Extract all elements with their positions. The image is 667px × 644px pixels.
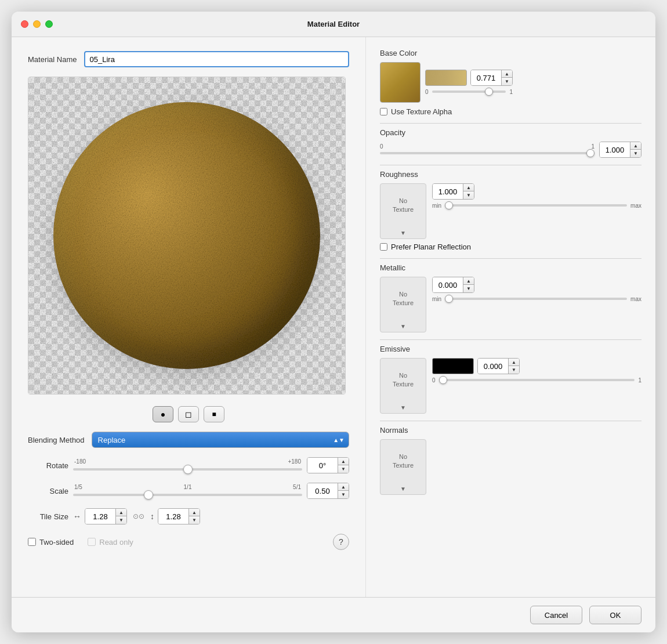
emissive-slider-thumb[interactable] <box>439 376 447 384</box>
preview-sphere-button[interactable]: ● <box>153 406 173 422</box>
base-color-slider-thumb[interactable] <box>485 88 493 96</box>
emissive-color-swatch[interactable] <box>432 358 474 374</box>
emissive-no-texture-label: NoTexture <box>393 371 414 389</box>
base-color-swatch-large[interactable] <box>380 62 420 103</box>
tile-width-icon: ↔ <box>73 512 81 521</box>
rotate-spin-up[interactable]: ▲ <box>338 458 349 465</box>
metallic-spin-down[interactable]: ▼ <box>463 285 474 292</box>
tile-width-input-wrapper: ▲ ▼ <box>85 508 127 524</box>
metallic-spin-up[interactable]: ▲ <box>463 277 474 285</box>
scale-input-wrapper: ▲ ▼ <box>307 483 349 499</box>
opacity-title: Opacity <box>380 128 641 137</box>
tile-height-input-wrapper: ▲ ▼ <box>158 508 200 524</box>
prefer-planar-checkbox[interactable] <box>380 243 387 251</box>
opacity-slider-thumb[interactable] <box>586 149 594 157</box>
emissive-spin: ▲ ▼ <box>508 359 519 374</box>
scale-slider-track[interactable] <box>73 494 302 496</box>
metallic-texture-thumbnail[interactable]: NoTexture ▼ <box>380 277 426 332</box>
rotate-spin-down[interactable]: ▼ <box>338 465 349 473</box>
ok-button[interactable]: OK <box>589 606 641 624</box>
preview-area <box>28 77 346 395</box>
scale-spin-buttons: ▲ ▼ <box>338 483 349 498</box>
emissive-controls: ▲ ▼ 0 1 <box>432 358 641 383</box>
metallic-section: Metallic NoTexture ▼ ▲ ▼ <box>380 263 641 332</box>
scale-marks: 1/5 1/1 5/1 <box>73 484 302 490</box>
blending-select-wrapper: Replace Add Multiply ▲▼ <box>92 432 349 448</box>
read-only-checkbox[interactable] <box>88 538 96 546</box>
tile-height-spin-up[interactable]: ▲ <box>189 509 200 516</box>
base-color-spin-down[interactable]: ▼ <box>502 78 512 85</box>
base-color-input[interactable] <box>471 70 501 85</box>
close-button[interactable] <box>21 20 28 28</box>
roughness-input[interactable] <box>433 184 463 199</box>
opacity-marks: 0 1 <box>380 143 594 150</box>
roughness-texture-thumbnail[interactable]: NoTexture ▼ <box>380 183 426 239</box>
scale-slider-section: 1/5 1/1 5/1 <box>73 484 302 498</box>
rotate-row: Rotate -180 +180 ▲ ▼ <box>28 457 349 473</box>
two-sided-checkbox[interactable] <box>28 538 36 546</box>
minimize-button[interactable] <box>33 20 41 28</box>
window-title: Material Editor <box>307 20 360 28</box>
scale-row: Scale 1/5 1/1 5/1 ▲ ▼ <box>28 483 349 499</box>
opacity-spin-down[interactable]: ▼ <box>630 150 641 157</box>
tile-width-spin-up[interactable]: ▲ <box>116 509 126 516</box>
sphere-container <box>28 77 345 394</box>
opacity-row: 0 1 ▲ ▼ <box>380 142 641 158</box>
scale-spin-up[interactable]: ▲ <box>338 483 349 491</box>
rotate-marks: -180 +180 <box>73 458 302 465</box>
two-sided-checkbox-label[interactable]: Two-sided <box>28 538 74 547</box>
rotate-input-wrapper: ▲ ▼ <box>307 457 349 473</box>
blending-row: Blending Method Replace Add Multiply ▲▼ <box>28 432 349 448</box>
rotate-slider-thumb[interactable] <box>183 465 193 474</box>
scale-slider-thumb[interactable] <box>144 490 153 500</box>
roughness-range-slider[interactable] <box>445 204 627 207</box>
emissive-spin-down[interactable]: ▼ <box>509 366 519 374</box>
tile-width-spin-down[interactable]: ▼ <box>116 516 126 524</box>
emissive-texture-thumbnail[interactable]: NoTexture ▼ <box>380 358 426 414</box>
bottom-checkboxes: Two-sided Read only <box>28 538 133 547</box>
base-color-spin-up[interactable]: ▲ <box>502 70 512 78</box>
help-button[interactable]: ? <box>333 534 349 550</box>
roughness-dropdown-arrow-icon: ▼ <box>400 230 406 236</box>
opacity-spin-up[interactable]: ▲ <box>630 142 641 150</box>
emissive-slider-track[interactable] <box>439 379 635 381</box>
preview-plane-button[interactable]: ■ <box>204 406 224 422</box>
metallic-range-slider[interactable] <box>445 298 627 300</box>
normals-texture-block: NoTexture ▼ <box>380 439 641 495</box>
roughness-spin-up[interactable]: ▲ <box>463 184 474 191</box>
rotate-input[interactable] <box>307 458 338 473</box>
normals-texture-thumbnail[interactable]: NoTexture ▼ <box>380 439 426 495</box>
roughness-spin-down[interactable]: ▼ <box>463 191 474 199</box>
metallic-texture-block: NoTexture ▼ ▲ ▼ <box>380 277 641 332</box>
base-color-controls: ▲ ▼ 0 1 <box>425 70 513 95</box>
preview-cube-button[interactable]: ◻ <box>178 406 199 422</box>
emissive-input[interactable] <box>478 359 508 374</box>
maximize-button[interactable] <box>45 20 53 28</box>
main-content: Material Name ● ◻ ■ Blending Method <box>12 37 655 597</box>
base-color-swatch-small[interactable] <box>425 70 467 86</box>
base-color-slider-track[interactable] <box>432 91 506 93</box>
roughness-texture-block: NoTexture ▼ ▲ ▼ <box>380 183 641 239</box>
tile-height-spin-down[interactable]: ▼ <box>189 516 200 524</box>
read-only-checkbox-label[interactable]: Read only <box>88 538 133 547</box>
use-texture-alpha-checkbox[interactable] <box>380 108 387 115</box>
emissive-spin-up[interactable]: ▲ <box>509 359 519 366</box>
opacity-input-wrapper: ▲ ▼ <box>599 142 641 158</box>
material-name-row: Material Name <box>28 51 349 67</box>
scale-input[interactable] <box>307 483 338 498</box>
blending-select[interactable]: Replace Add Multiply <box>92 432 349 448</box>
material-name-input[interactable] <box>84 51 349 67</box>
rotate-label: Rotate <box>28 461 68 470</box>
metallic-input[interactable] <box>433 277 463 292</box>
opacity-input[interactable] <box>600 142 630 157</box>
metallic-range-thumb[interactable] <box>445 295 453 303</box>
tile-width-input[interactable] <box>85 509 115 524</box>
prefer-planar-row: Prefer Planar Reflection <box>380 243 641 251</box>
tile-size-label: Tile Size <box>28 512 68 521</box>
cancel-button[interactable]: Cancel <box>530 606 582 624</box>
scale-spin-down[interactable]: ▼ <box>338 491 349 498</box>
rotate-slider-track[interactable] <box>73 468 302 471</box>
roughness-range-thumb[interactable] <box>445 201 453 209</box>
opacity-slider-track[interactable] <box>380 152 594 154</box>
tile-height-input[interactable] <box>158 509 188 524</box>
